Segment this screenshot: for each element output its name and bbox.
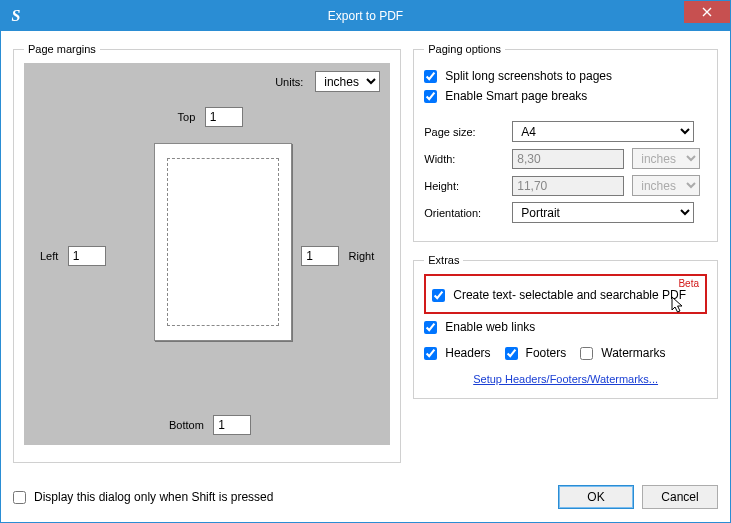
watermarks-checkbox[interactable] [580, 347, 593, 360]
searchable-pdf-checkbox-row[interactable]: Create text- selectable and searchable P… [432, 288, 699, 302]
margin-right-input[interactable] [301, 246, 339, 266]
app-icon: S [1, 7, 31, 25]
orientation-select[interactable]: Portrait [512, 202, 694, 223]
margin-right-label: Right [349, 250, 375, 262]
page-size-select[interactable]: A4 [512, 121, 694, 142]
split-screenshots-label: Split long screenshots to pages [445, 69, 612, 83]
split-screenshots-checkbox[interactable] [424, 70, 437, 83]
paging-options-legend: Paging options [424, 43, 505, 55]
window-title: Export to PDF [1, 9, 730, 23]
display-shift-checkbox-row[interactable]: Display this dialog only when Shift is p… [13, 490, 273, 504]
width-input[interactable] [512, 149, 624, 169]
enable-web-links-label: Enable web links [445, 320, 535, 334]
headers-checkbox-row[interactable]: Headers [424, 346, 490, 360]
page-margins-group: Page margins Units: inches Top Left [13, 43, 401, 463]
page-margins-preview: Units: inches Top Left [24, 63, 390, 445]
headers-checkbox[interactable] [424, 347, 437, 360]
dialog-footer: Display this dialog only when Shift is p… [13, 484, 718, 510]
close-button[interactable] [684, 1, 730, 23]
paging-options-group: Paging options Split long screenshots to… [413, 43, 718, 242]
width-unit-select[interactable]: inches [632, 148, 700, 169]
height-input[interactable] [512, 176, 624, 196]
titlebar: S Export to PDF [1, 1, 730, 31]
smart-page-breaks-checkbox[interactable] [424, 90, 437, 103]
footers-checkbox[interactable] [505, 347, 518, 360]
ok-button[interactable]: OK [558, 485, 634, 509]
page-margins-legend: Page margins [24, 43, 100, 55]
cancel-button[interactable]: Cancel [642, 485, 718, 509]
width-label: Width: [424, 153, 504, 165]
margin-left-input[interactable] [68, 246, 106, 266]
enable-web-links-checkbox[interactable] [424, 321, 437, 334]
height-unit-select[interactable]: inches [632, 175, 700, 196]
searchable-pdf-checkbox[interactable] [432, 289, 445, 302]
dialog-content: Page margins Units: inches Top Left [1, 31, 730, 522]
margin-left-label: Left [40, 250, 58, 262]
orientation-label: Orientation: [424, 207, 504, 219]
smart-page-breaks-label: Enable Smart page breaks [445, 89, 587, 103]
enable-web-links-checkbox-row[interactable]: Enable web links [424, 320, 707, 334]
footers-label: Footers [526, 346, 567, 360]
cursor-icon [671, 296, 685, 316]
beta-badge: Beta [678, 278, 699, 289]
margin-bottom-input[interactable] [213, 415, 251, 435]
extras-group: Extras Beta Create text- selectable and … [413, 254, 718, 399]
searchable-pdf-highlight: Beta Create text- selectable and searcha… [424, 274, 707, 314]
watermarks-label: Watermarks [601, 346, 665, 360]
margin-top-input[interactable] [205, 107, 243, 127]
watermarks-checkbox-row[interactable]: Watermarks [580, 346, 665, 360]
height-label: Height: [424, 180, 504, 192]
split-screenshots-checkbox-row[interactable]: Split long screenshots to pages [424, 69, 707, 83]
export-to-pdf-dialog: S Export to PDF Page margins Units: inch… [0, 0, 731, 523]
page-preview-outer [154, 143, 292, 341]
headers-label: Headers [445, 346, 490, 360]
units-label: Units: [275, 76, 303, 88]
margin-bottom-label: Bottom [169, 419, 204, 431]
searchable-pdf-label: Create text- selectable and searchable P… [453, 288, 686, 302]
footers-checkbox-row[interactable]: Footers [505, 346, 567, 360]
close-icon [702, 7, 712, 17]
extras-legend: Extras [424, 254, 463, 266]
margin-top-label: Top [178, 111, 196, 123]
display-shift-label: Display this dialog only when Shift is p… [34, 490, 273, 504]
setup-headers-footers-link[interactable]: Setup Headers/Footers/Watermarks... [473, 373, 658, 385]
page-preview-inner [167, 158, 279, 326]
page-size-label: Page size: [424, 126, 504, 138]
smart-page-breaks-checkbox-row[interactable]: Enable Smart page breaks [424, 89, 707, 103]
units-select[interactable]: inches [315, 71, 380, 92]
display-shift-checkbox[interactable] [13, 491, 26, 504]
